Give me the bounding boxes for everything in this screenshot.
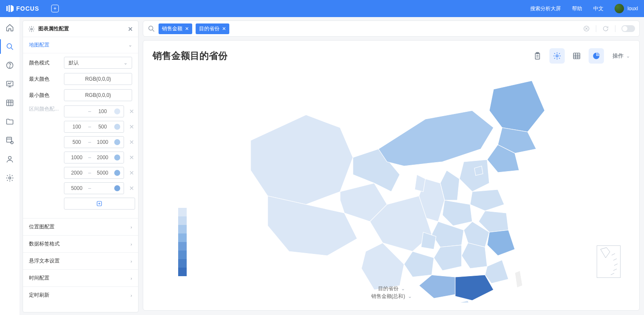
add-range-button[interactable] [64, 198, 135, 210]
chip-remove-icon[interactable]: ✕ [185, 26, 189, 32]
section-hover-text[interactable]: 悬浮文本设置› [23, 252, 138, 269]
range-input[interactable]: – [64, 167, 124, 179]
region-ningxia [415, 175, 425, 192]
search-chip[interactable]: 销售金额✕ [159, 23, 192, 34]
nav-data-config-icon[interactable] [5, 136, 14, 145]
range-color-swatch[interactable] [114, 124, 120, 130]
range-to-input[interactable] [94, 155, 112, 160]
china-map[interactable] [242, 64, 549, 303]
measure-selector[interactable]: 销售金额(总和)⌄ [371, 292, 412, 300]
search-chip[interactable]: 目的省份✕ [196, 23, 229, 34]
max-color-input[interactable]: RGB(0,0,0) [64, 73, 132, 85]
range-input[interactable]: – [64, 182, 124, 194]
color-mode-label: 颜色模式 [29, 59, 59, 67]
range-delete-button[interactable]: ✕ [128, 154, 135, 161]
svg-rect-6 [7, 81, 13, 86]
range-delete-button[interactable]: ✕ [128, 185, 135, 192]
range-from-input[interactable] [68, 185, 86, 191]
nav-dashboard-icon[interactable] [5, 79, 14, 89]
nav-search-icon[interactable] [5, 42, 14, 51]
svg-point-16 [31, 28, 32, 30]
range-to-input[interactable] [94, 185, 112, 191]
nav-user-icon[interactable] [5, 155, 14, 164]
range-to-input[interactable] [94, 139, 112, 145]
section-auto-refresh[interactable]: 定时刷新› [23, 286, 138, 303]
section-time-config[interactable]: 时间配置› [23, 269, 138, 286]
max-color-label: 最大颜色 [29, 76, 59, 83]
toggle-switch[interactable] [621, 25, 635, 32]
panel-header: 图表属性配置 ✕ [23, 21, 138, 37]
range-color-swatch[interactable] [114, 139, 120, 145]
table-view-button[interactable] [569, 48, 584, 64]
range-delete-button[interactable]: ✕ [128, 108, 135, 115]
settings-button[interactable] [549, 48, 565, 64]
range-to-input[interactable] [94, 124, 112, 130]
region-taiwan [515, 271, 523, 288]
range-from-input[interactable] [68, 170, 86, 176]
nav-language[interactable]: 中文 [593, 5, 604, 12]
nav-table-icon[interactable] [5, 98, 14, 108]
region-shandong [470, 190, 504, 211]
refresh-button[interactable] [602, 25, 609, 32]
chevron-down-icon: ⌄ [124, 60, 127, 66]
range-to-input[interactable] [94, 170, 112, 176]
range-color-swatch[interactable] [114, 170, 120, 176]
username: louxl [627, 6, 638, 12]
new-tab-button[interactable]: + [51, 5, 59, 12]
nav-help-icon[interactable] [5, 61, 14, 70]
region-guizhou [404, 251, 434, 277]
avatar [615, 4, 624, 13]
svg-rect-7 [7, 100, 13, 105]
chip-remove-icon[interactable]: ✕ [222, 26, 226, 32]
dimension-selector[interactable]: 目的省份⌄ [371, 285, 412, 292]
section-datalabel-format[interactable]: 数据标签格式› [23, 235, 138, 252]
region-inner-mongolia [378, 111, 494, 166]
region-hebei [459, 160, 489, 192]
svg-point-15 [9, 177, 11, 179]
nav-search-screen[interactable]: 搜索分析大屏 [530, 5, 561, 12]
chart-canvas: 销售金额目的省份 操作 ⌄ [143, 40, 640, 311]
svg-rect-11 [7, 137, 12, 143]
range-delete-button[interactable]: ✕ [128, 139, 135, 146]
range-input[interactable]: – [64, 105, 124, 117]
color-mode-select[interactable]: 默认 ⌄ [64, 57, 132, 69]
clear-button[interactable] [583, 25, 590, 32]
min-color-label: 最小颜色 [29, 92, 59, 99]
range-from-input[interactable] [68, 124, 86, 130]
left-nav [0, 17, 20, 315]
operate-menu[interactable]: 操作 ⌄ [612, 52, 630, 60]
color-legend [178, 208, 187, 276]
range-color-swatch[interactable] [114, 155, 120, 160]
nav-help[interactable]: 帮助 [572, 5, 582, 12]
nav-folder-icon[interactable] [5, 117, 14, 126]
svg-point-20 [149, 26, 153, 30]
range-input[interactable]: – [64, 121, 124, 133]
min-color-input[interactable]: RGB(0,0,0) [64, 89, 132, 101]
range-delete-button[interactable]: ✕ [128, 169, 135, 176]
nav-settings-icon[interactable] [5, 173, 14, 183]
logo-icon [6, 5, 14, 12]
search-icon[interactable] [147, 25, 155, 32]
svg-rect-1 [9, 5, 10, 12]
region-henan [442, 200, 472, 226]
range-color-swatch[interactable] [114, 185, 120, 191]
range-input[interactable]: – [64, 152, 124, 163]
range-color-swatch[interactable] [114, 108, 120, 114]
user-menu[interactable]: louxl [615, 4, 638, 13]
chevron-down-icon: ⌄ [128, 42, 132, 48]
region-yunnan [361, 243, 404, 290]
range-input[interactable]: – [64, 136, 124, 148]
range-from-input[interactable] [68, 108, 86, 114]
svg-rect-30 [574, 53, 580, 58]
range-to-input[interactable] [94, 108, 112, 114]
panel-close-button[interactable]: ✕ [128, 26, 133, 32]
region-hunan [434, 245, 462, 271]
chart-type-button[interactable] [589, 48, 604, 64]
range-delete-button[interactable]: ✕ [128, 123, 135, 130]
section-map-config[interactable]: 地图配置 ⌄ [23, 37, 138, 53]
range-from-input[interactable] [68, 155, 86, 160]
clipboard-button[interactable] [530, 48, 545, 64]
range-from-input[interactable] [68, 139, 86, 145]
section-position-config[interactable]: 位置图配置› [23, 218, 138, 235]
nav-home-icon[interactable] [5, 23, 14, 32]
